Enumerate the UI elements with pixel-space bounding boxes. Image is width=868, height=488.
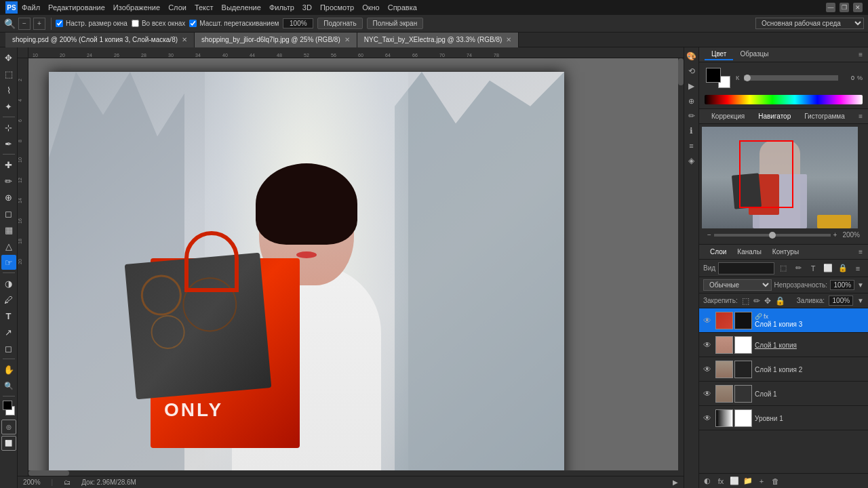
history-icon[interactable]: ⟲ [686, 65, 698, 77]
properties-icon[interactable]: ℹ [686, 125, 698, 137]
screen-mode-toggle[interactable]: ⬜ [1, 436, 16, 451]
text-tool[interactable]: T [1, 308, 16, 323]
fit-screen-button[interactable]: Подогнать [317, 18, 362, 29]
eyedropper-tool[interactable]: ✒ [1, 136, 16, 151]
foreground-color-swatch[interactable] [3, 401, 12, 410]
scrubby-zoom-checkbox[interactable] [189, 20, 197, 27]
add-mask-btn[interactable]: ⬜ [729, 476, 740, 487]
blur-tool[interactable]: △ [1, 239, 16, 253]
menu-view[interactable]: Просмотр [320, 3, 354, 12]
opacity-arrow[interactable]: ▼ [857, 281, 864, 289]
k-slider[interactable] [744, 75, 838, 81]
color-swatch-area[interactable] [1, 399, 16, 417]
workspace-selector[interactable]: Основная рабочая среда [755, 18, 864, 29]
navigator-viewport-rect[interactable] [739, 140, 793, 208]
layers-panel-menu[interactable]: ≡ [859, 248, 863, 256]
foreground-color-btn[interactable] [706, 68, 721, 83]
navigator-preview[interactable] [702, 127, 858, 228]
layer-4-visibility[interactable]: 👁 [702, 388, 713, 399]
pen-tool[interactable]: 🖊 [1, 292, 16, 307]
dodge-tool[interactable]: ◑ [1, 276, 16, 291]
nav-zoom-in-icon[interactable]: + [833, 231, 837, 239]
brush-tool[interactable]: ✏ [1, 174, 16, 188]
tab-correction[interactable]: Коррекция [705, 111, 751, 121]
smudge-tool[interactable]: ☞ [1, 255, 16, 270]
tab-nyc-jpg-close[interactable]: ✕ [506, 36, 511, 43]
actions-icon[interactable]: ▶ [686, 80, 698, 92]
scrollbar-thumb-h[interactable] [28, 470, 69, 476]
styles-icon[interactable]: ◈ [686, 155, 698, 167]
tab-layers[interactable]: Слои [705, 247, 732, 257]
scrollbar-h[interactable] [28, 470, 684, 476]
tab-shoping-psd-close[interactable]: ✕ [182, 36, 187, 43]
clone-tool[interactable]: ⊕ [1, 190, 16, 205]
add-adjustment-btn[interactable]: ◐ [702, 476, 713, 487]
menu-window[interactable]: Окно [362, 3, 380, 12]
heal-tool[interactable]: ✚ [1, 157, 16, 172]
menu-help[interactable]: Справка [388, 3, 417, 12]
move-tool[interactable]: ✥ [1, 50, 16, 65]
lock-transparent-btn[interactable]: ⬚ [742, 296, 749, 306]
gradient-tool[interactable]: ▦ [1, 222, 16, 237]
menu-layers[interactable]: Слои [168, 3, 186, 12]
fill-arrow[interactable]: ▼ [857, 297, 864, 304]
opacity-input[interactable] [830, 280, 854, 290]
nav-zoom-out-icon[interactable]: − [707, 231, 711, 239]
eraser-tool[interactable]: ◻ [1, 206, 16, 221]
zoom-tool[interactable]: 🔍 [1, 378, 16, 393]
tab-shoping-psd[interactable]: shoping.psd @ 200% (Слой 1 копия 3, Слой… [5, 33, 195, 47]
layer-attr-filter[interactable]: ✏ [792, 262, 804, 274]
tab-channels[interactable]: Каналы [732, 247, 767, 257]
layer-mode-filter[interactable]: 🔒 [837, 262, 849, 274]
fill-input[interactable] [829, 296, 853, 306]
resize-window-checkbox[interactable] [56, 20, 63, 27]
quick-mask-toggle[interactable]: ◎ [1, 420, 16, 434]
layer-filter-input[interactable] [718, 262, 774, 274]
color-panel-menu[interactable]: ≡ [859, 51, 863, 58]
color-sampler-icon[interactable]: 🎨 [686, 50, 698, 62]
menu-3d[interactable]: 3D [302, 3, 312, 12]
menu-select[interactable]: Выделение [222, 3, 261, 12]
new-layer-btn[interactable]: + [756, 476, 767, 487]
path-select-tool[interactable]: ↗ [1, 325, 16, 340]
layer-row-1[interactable]: 👁 🔗 fx Слой 1 копия 3 [699, 308, 868, 333]
tab-paths[interactable]: Контуры [767, 247, 804, 257]
layer-2-visibility[interactable]: 👁 [702, 340, 713, 350]
layer-color-filter[interactable]: T [807, 262, 819, 274]
layer-row-4[interactable]: 👁 Слой 1 [699, 382, 868, 406]
zoom-in-btn[interactable]: + [33, 18, 45, 30]
quick-select-tool[interactable]: ✦ [1, 99, 16, 114]
zoom-out-btn[interactable]: − [18, 18, 31, 30]
color-spectrum[interactable] [705, 95, 863, 104]
layer-1-visibility[interactable]: 👁 [702, 315, 713, 326]
layer-5-visibility[interactable]: 👁 [702, 413, 713, 424]
close-button[interactable]: ✕ [853, 3, 863, 12]
crop-tool[interactable]: ⊹ [1, 120, 16, 135]
menu-filter[interactable]: Фильтр [269, 3, 294, 12]
layer-row-3[interactable]: 👁 Слой 1 копия 2 [699, 357, 868, 382]
fullscreen-button[interactable]: Полный экран [367, 18, 424, 29]
delete-layer-btn[interactable]: 🗑 [770, 476, 781, 487]
shape-tool[interactable]: ◻ [1, 341, 16, 356]
select-rect-tool[interactable]: ⬚ [1, 66, 16, 81]
play-btn[interactable]: ▶ [673, 479, 678, 486]
lock-all-btn[interactable]: 🔒 [775, 296, 785, 306]
blend-mode-selector[interactable]: Обычные Растворение Умножение Осветление [703, 279, 772, 291]
minimize-button[interactable]: — [826, 3, 835, 12]
tab-shopping-jpg[interactable]: shopping_by_jlior-d6lq7lp.jpg @ 25% (RGB… [195, 33, 357, 47]
layer-row-5[interactable]: 👁 Уровни 1 [699, 406, 868, 430]
adjustments-icon[interactable]: ⊕ [686, 95, 698, 107]
tab-histogram[interactable]: Гистограмма [797, 111, 852, 121]
all-windows-checkbox[interactable] [132, 20, 139, 27]
tab-color[interactable]: Цвет [705, 49, 733, 60]
tab-shopping-jpg-close[interactable]: ✕ [344, 36, 350, 43]
scrollbar-thumb-v[interactable] [678, 58, 684, 85]
layers-panel-options[interactable]: ≡ [852, 262, 864, 274]
menu-edit[interactable]: Редактирование [48, 3, 105, 12]
scrollbar-v[interactable] [678, 58, 684, 476]
maximize-button[interactable]: ❐ [840, 3, 849, 12]
new-group-btn[interactable]: 📁 [743, 476, 753, 487]
tab-navigator[interactable]: Навигатор [751, 111, 797, 121]
menu-file[interactable]: Файл [22, 3, 40, 12]
brush-presets-icon[interactable]: ✏ [686, 110, 698, 122]
